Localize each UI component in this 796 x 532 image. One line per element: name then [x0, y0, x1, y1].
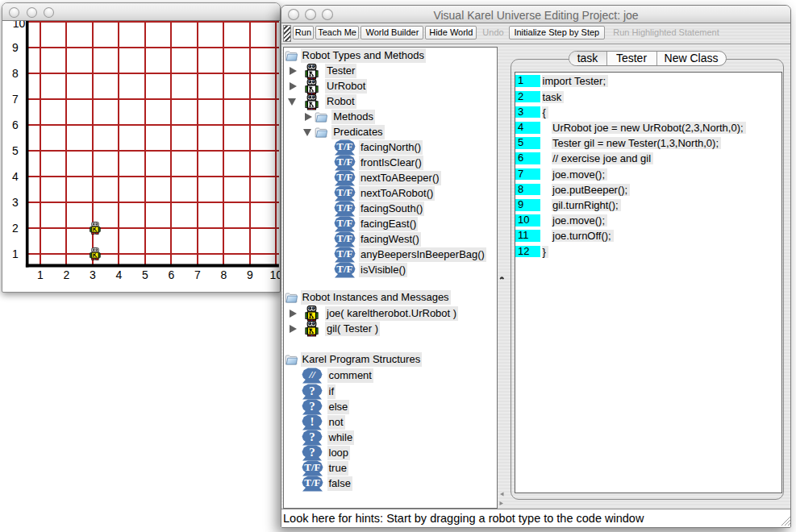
svg-text:5: 5: [142, 268, 148, 281]
svg-text:T/F: T/F: [304, 476, 320, 488]
svg-text:T/F: T/F: [336, 247, 352, 260]
svg-text:9: 9: [247, 268, 253, 281]
svg-text://: //: [309, 368, 317, 380]
svg-text:5: 5: [12, 144, 19, 157]
svg-text:?: ?: [310, 384, 316, 397]
svg-text:6: 6: [169, 268, 175, 281]
svg-text:T/F: T/F: [304, 460, 320, 472]
svg-text:1: 1: [37, 268, 44, 281]
svg-text:8: 8: [221, 268, 227, 281]
svg-text:?: ?: [310, 446, 316, 459]
svg-text:4: 4: [116, 268, 123, 281]
svg-text:10: 10: [13, 21, 26, 30]
svg-text:8: 8: [12, 67, 19, 80]
svg-text:2: 2: [12, 222, 19, 235]
svg-text:6: 6: [12, 118, 19, 131]
svg-text:?: ?: [310, 400, 316, 413]
svg-text:9: 9: [12, 41, 19, 54]
svg-text:T/F: T/F: [336, 263, 352, 275]
svg-text:10: 10: [270, 268, 280, 281]
svg-text:3: 3: [12, 196, 19, 209]
svg-text:T/F: T/F: [336, 202, 352, 214]
svg-text:T/F: T/F: [336, 217, 352, 229]
svg-text:2: 2: [64, 268, 70, 281]
svg-text:7: 7: [194, 268, 201, 281]
svg-text:4: 4: [12, 170, 19, 183]
svg-text:3: 3: [90, 268, 96, 281]
svg-text:1: 1: [12, 247, 19, 260]
svg-text:7: 7: [12, 93, 19, 106]
svg-text:T/F: T/F: [336, 232, 352, 244]
svg-text:?: ?: [310, 430, 316, 443]
svg-text:T/F: T/F: [336, 140, 352, 152]
svg-text:T/F: T/F: [336, 156, 352, 168]
svg-text:!: !: [310, 415, 315, 428]
svg-text:T/F: T/F: [336, 186, 352, 198]
svg-text:T/F: T/F: [336, 171, 352, 183]
